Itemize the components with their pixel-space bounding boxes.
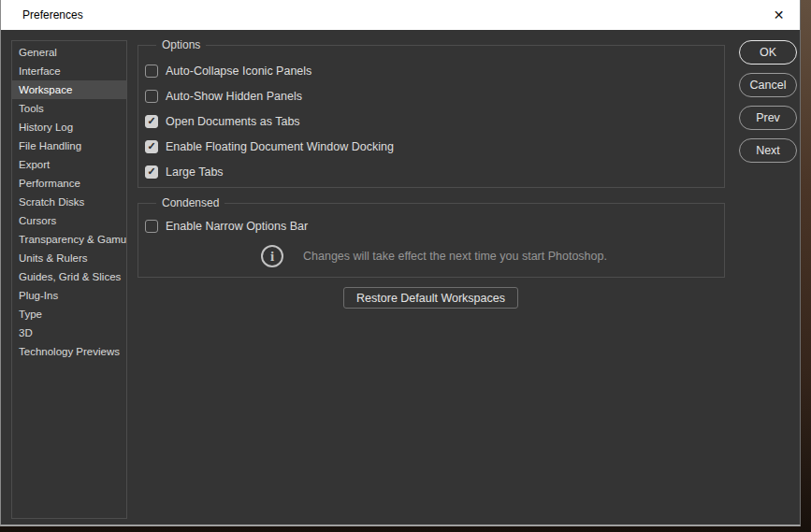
sidebar: General Interface Workspace Tools Histor… [11,40,127,519]
sidebar-item-units-rulers[interactable]: Units & Rulers [12,249,126,267]
checkbox-row-auto-collapse: Auto-Collapse Iconic Panels [145,58,724,83]
titlebar: Preferences ✕ [1,0,800,30]
auto-collapse-checkbox[interactable] [145,65,158,78]
open-docs-tabs-label: Open Documents as Tabs [166,115,300,128]
narrow-options-bar-checkbox[interactable] [145,220,158,233]
next-button[interactable]: Next [739,138,797,163]
auto-collapse-label: Auto-Collapse Iconic Panels [166,65,311,78]
options-rows: Auto-Collapse Iconic Panels Auto-Show Hi… [138,46,724,184]
sidebar-item-export[interactable]: Export [12,155,126,174]
floating-docking-checkbox[interactable]: ✓ [145,140,158,153]
checkbox-row-auto-show: Auto-Show Hidden Panels [145,83,724,108]
close-icon[interactable]: ✕ [758,0,800,30]
narrow-options-bar-label: Enable Narrow Options Bar [166,220,308,233]
options-group-legend: Options [156,38,206,51]
condensed-group-legend: Condensed [156,196,224,209]
sidebar-item-cursors[interactable]: Cursors [12,211,126,230]
sidebar-item-file-handling[interactable]: File Handling [12,137,126,155]
options-group: Options Auto-Collapse Iconic Panels Auto… [138,45,725,188]
sidebar-item-tools[interactable]: Tools [12,99,126,118]
large-tabs-checkbox[interactable]: ✓ [145,165,158,179]
open-docs-tabs-checkbox[interactable]: ✓ [145,115,158,128]
ok-button[interactable]: OK [739,40,797,65]
restore-default-workspaces-button[interactable]: Restore Default Workspaces [343,287,518,309]
sidebar-item-history-log[interactable]: History Log [12,118,126,137]
sidebar-item-scratch-disks[interactable]: Scratch Disks [12,193,126,211]
checkbox-row-open-docs-tabs: ✓ Open Documents as Tabs [145,108,724,134]
sidebar-item-transparency-gamut[interactable]: Transparency & Gamut [12,230,126,249]
auto-show-label: Auto-Show Hidden Panels [166,90,302,103]
cancel-button[interactable]: Cancel [739,73,797,97]
condensed-group: Condensed Enable Narrow Options Bar i Ch… [138,203,725,278]
sidebar-item-interface[interactable]: Interface [12,62,126,80]
prev-button[interactable]: Prev [739,106,797,130]
checkbox-row-floating-docking: ✓ Enable Floating Document Window Dockin… [145,134,724,159]
restart-notice: i Changes will take effect the next time… [261,245,724,267]
condensed-rows: Enable Narrow Options Bar i Changes will… [138,204,724,267]
sidebar-item-type[interactable]: Type [12,305,126,324]
sidebar-item-general[interactable]: General [12,43,126,62]
sidebar-item-performance[interactable]: Performance [12,174,126,193]
preferences-dialog: Preferences ✕ General Interface Workspac… [0,0,801,526]
auto-show-checkbox[interactable] [145,90,158,103]
floating-docking-label: Enable Floating Document Window Docking [166,140,394,153]
window-title: Preferences [1,8,83,22]
sidebar-item-workspace[interactable]: Workspace [12,80,126,99]
large-tabs-label: Large Tabs [166,165,224,179]
restart-notice-text: Changes will take effect the next time y… [303,250,607,263]
info-icon: i [261,245,283,267]
checkbox-row-large-tabs: ✓ Large Tabs [145,159,724,184]
checkbox-row-narrow-options-bar: Enable Narrow Options Bar [145,213,724,238]
sidebar-item-guides-grid-slices[interactable]: Guides, Grid & Slices [12,267,126,286]
sidebar-item-plug-ins[interactable]: Plug-Ins [12,286,126,305]
sidebar-item-3d[interactable]: 3D [12,324,126,342]
sidebar-item-technology-previews[interactable]: Technology Previews [12,342,126,361]
